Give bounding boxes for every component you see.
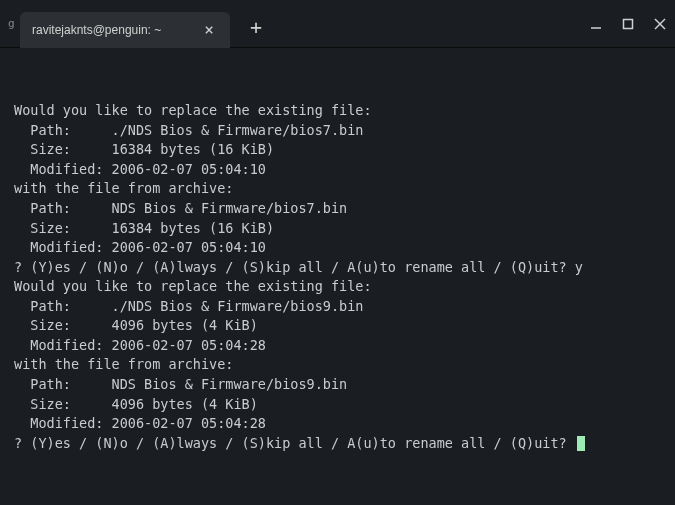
output-line: Would you like to replace the existing f… [14,277,661,297]
terminal-tab[interactable]: ravitejaknts@penguin: ~ × [20,12,230,48]
output-line: with the file from archive: [14,355,661,375]
window-titlebar: g ravitejaknts@penguin: ~ × + [0,0,675,48]
output-line: Path: ./NDS Bios & Firmware/bios7.bin [14,121,661,141]
left-edge-fragment: g [8,0,16,47]
output-line: Path: ./NDS Bios & Firmware/bios9.bin [14,297,661,317]
output-line: Size: 4096 bytes (4 KiB) [14,395,661,415]
output-line: Modified: 2006-02-07 05:04:10 [14,160,661,180]
output-line: Path: NDS Bios & Firmware/bios9.bin [14,375,661,395]
output-line: Modified: 2006-02-07 05:04:10 [14,238,661,258]
tab-title: ravitejaknts@penguin: ~ [32,23,161,37]
output-line: Size: 4096 bytes (4 KiB) [14,316,661,336]
new-tab-button[interactable]: + [242,13,270,41]
tab-area: g ravitejaknts@penguin: ~ × + [8,0,270,47]
terminal-output[interactable]: Would you like to replace the existing f… [0,48,675,505]
output-line [14,62,661,82]
maximize-icon[interactable] [621,17,635,31]
prompt-text: ? (Y)es / (N)o / (A)lways / (S)kip all /… [14,435,575,451]
output-line: Size: 16384 bytes (16 KiB) [14,219,661,239]
output-line: with the file from archive: [14,179,661,199]
close-tab-icon[interactable]: × [200,21,218,39]
output-line: Modified: 2006-02-07 05:04:28 [14,336,661,356]
close-window-icon[interactable] [653,17,667,31]
svg-rect-1 [624,19,633,28]
output-line: ? (Y)es / (N)o / (A)lways / (S)kip all /… [14,258,661,278]
output-line [14,82,661,102]
output-line: Path: NDS Bios & Firmware/bios7.bin [14,199,661,219]
output-line: Size: 16384 bytes (16 KiB) [14,140,661,160]
minimize-icon[interactable] [589,17,603,31]
cursor-icon [577,436,585,451]
output-line: Would you like to replace the existing f… [14,101,661,121]
window-controls [589,17,667,31]
output-line: Modified: 2006-02-07 05:04:28 [14,414,661,434]
prompt-line[interactable]: ? (Y)es / (N)o / (A)lways / (S)kip all /… [14,434,661,454]
